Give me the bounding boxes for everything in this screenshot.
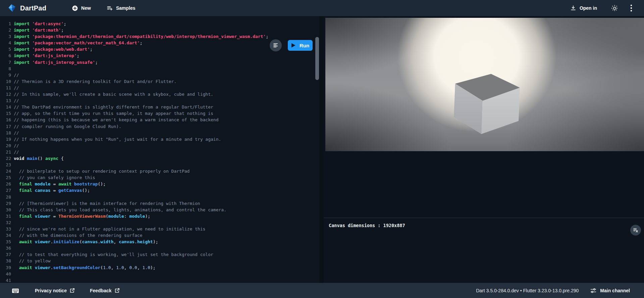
code-line[interactable]: 38 // to yellow — [0, 258, 319, 264]
code-line[interactable]: 15// app, so the first time you run this… — [0, 110, 319, 117]
line-number: 37 — [0, 251, 11, 258]
code-line[interactable]: 23 — [0, 162, 319, 168]
code-line[interactable]: 37 // to test that everything is working… — [0, 251, 319, 258]
playlist-add-icon — [106, 5, 113, 11]
run-button[interactable]: Run — [288, 40, 313, 51]
code-line-text — [11, 219, 14, 226]
line-number: 18 — [0, 130, 11, 136]
code-line-text — [11, 271, 14, 277]
code-line[interactable]: 27 final canvas = getCanvas(); — [0, 187, 319, 194]
keyboard-icon — [11, 287, 19, 295]
code-line[interactable]: 12// In this sample, we'll create a basi… — [0, 91, 319, 97]
dartpad-gem-icon — [7, 3, 17, 13]
channel-selector[interactable]: Main channel — [590, 287, 630, 294]
app-header: DartPad New Samples Open in — [0, 0, 644, 16]
code-line[interactable]: 26 final module = await bootstrap(); — [0, 181, 319, 187]
code-line-text: // — [11, 85, 19, 91]
line-number: 12 — [0, 91, 11, 97]
code-line-text: final module = await bootstrap(); — [11, 181, 106, 187]
code-line-text — [11, 66, 14, 72]
editor-scrollbar-thumb[interactable] — [315, 37, 319, 80]
panel-splitter[interactable] — [319, 16, 324, 283]
code-line[interactable]: 24 // boilerplate to setup our rendering… — [0, 168, 319, 174]
line-number: 34 — [0, 232, 11, 239]
code-line[interactable]: 18// — [0, 130, 319, 136]
code-line[interactable]: 36 — [0, 245, 319, 251]
tune-icon — [590, 287, 597, 294]
console-output-panel: Canvas dimensions : 644x298 — [324, 218, 644, 283]
code-line[interactable]: 25 // you can safely ignore this — [0, 174, 319, 181]
open-in-new-icon — [114, 288, 120, 293]
code-line[interactable]: 32 — [0, 219, 319, 226]
code-line-text: import 'dart:js_interop'; — [11, 52, 79, 59]
code-editor-lines[interactable]: 1import 'dart:async';2import 'dart:math'… — [0, 16, 319, 283]
code-line[interactable]: 19// If nothing happens when you hit "Ru… — [0, 136, 319, 142]
code-line[interactable]: 7import 'dart:js_interop_unsafe'; — [0, 59, 319, 66]
code-line-text: // app, so the first time you run this s… — [11, 110, 213, 117]
kebab-menu-icon — [630, 4, 632, 12]
format-code-button[interactable] — [270, 39, 282, 51]
code-line-text: // you can safely ignore this — [11, 174, 95, 181]
line-number: 16 — [0, 117, 11, 123]
code-line[interactable]: 16// happening (this is because we aren'… — [0, 117, 319, 123]
line-number: 31 — [0, 213, 11, 219]
app-title: DartPad — [20, 4, 46, 12]
samples-button[interactable]: Samples — [106, 5, 136, 11]
code-line[interactable]: 30 // This class lets you load assets, l… — [0, 207, 319, 213]
code-line-text: import 'package:vector_math/vector_math_… — [11, 40, 143, 46]
channel-selector-label: Main channel — [600, 288, 630, 293]
brightness-toggle-button[interactable] — [610, 4, 619, 12]
code-line[interactable]: 29 // [ThermionViewer] is the main inter… — [0, 200, 319, 207]
code-line[interactable]: 35 await viewer.initialize(canvas.width,… — [0, 239, 319, 245]
new-button[interactable]: New — [72, 5, 91, 11]
line-number: 2 — [0, 27, 11, 33]
code-line[interactable]: 39 await viewer.setBackgroundColor(1.0, … — [0, 264, 319, 271]
code-line-text: // If nothing happens when you hit "Run"… — [11, 136, 221, 142]
render-output-canvas[interactable] — [325, 18, 644, 151]
code-line[interactable]: 1import 'dart:async'; — [0, 20, 319, 27]
code-line[interactable]: 34 // with the dimensions of the renderi… — [0, 232, 319, 239]
code-line[interactable]: 28 — [0, 194, 319, 200]
code-line[interactable]: 9// — [0, 72, 319, 78]
open-in-button[interactable]: Open in — [570, 5, 597, 11]
code-line[interactable]: 14// The DartPad environment is slightly… — [0, 104, 319, 110]
code-line[interactable]: 8 — [0, 66, 319, 72]
line-number: 35 — [0, 239, 11, 245]
code-line[interactable]: 6import 'dart:js_interop'; — [0, 52, 319, 59]
keyboard-shortcuts-button[interactable] — [11, 287, 19, 295]
code-line-text: // — [11, 149, 19, 155]
feedback-link[interactable]: Feedback — [90, 288, 120, 293]
code-line[interactable]: 41 — [0, 277, 319, 283]
open-in-new-icon — [69, 288, 75, 293]
play-icon — [291, 43, 296, 48]
code-line-text: // The DartPad environment is slightly d… — [11, 104, 213, 110]
code-line-text: // to test that everything is working, w… — [11, 251, 213, 258]
code-line[interactable]: 11// — [0, 85, 319, 91]
code-line-text: // — [11, 72, 19, 78]
code-line[interactable]: 17// compiler running on Google Cloud Ru… — [0, 123, 319, 130]
overflow-menu-button[interactable] — [627, 4, 635, 12]
code-line-text: // — [11, 97, 19, 104]
clear-console-button[interactable] — [630, 225, 641, 236]
code-line-text: // since we're not in a Flutter applicat… — [11, 226, 205, 232]
code-line-text: import 'dart:math'; — [11, 27, 64, 33]
code-line[interactable]: 10// Thermion is a 3D rendering toolkit … — [0, 78, 319, 85]
line-number: 41 — [0, 277, 11, 283]
code-line[interactable]: 33 // since we're not in a Flutter appli… — [0, 226, 319, 232]
code-line[interactable]: 20// — [0, 142, 319, 149]
code-line-text: // In this sample, we'll create a basic … — [11, 91, 213, 97]
code-line-text: // happening (this is because we aren't … — [11, 117, 218, 123]
code-line[interactable]: 22void main() async { — [0, 155, 319, 162]
privacy-notice-link[interactable]: Privacy notice — [35, 288, 75, 293]
code-line[interactable]: 3import 'package:thermion_dart/thermion_… — [0, 33, 319, 40]
line-number: 10 — [0, 78, 11, 85]
code-line[interactable]: 40 — [0, 271, 319, 277]
code-line[interactable]: 31 final viewer = ThermionViewerWasm(mod… — [0, 213, 319, 219]
status-bar: Privacy notice Feedback Dart 3.5.0-284.0… — [0, 283, 644, 298]
code-line[interactable]: 2import 'dart:math'; — [0, 27, 319, 33]
code-line[interactable]: 13// — [0, 97, 319, 104]
code-line-text — [11, 194, 14, 200]
line-number: 25 — [0, 174, 11, 181]
code-line[interactable]: 21// — [0, 149, 319, 155]
clear-console-icon — [633, 227, 639, 233]
